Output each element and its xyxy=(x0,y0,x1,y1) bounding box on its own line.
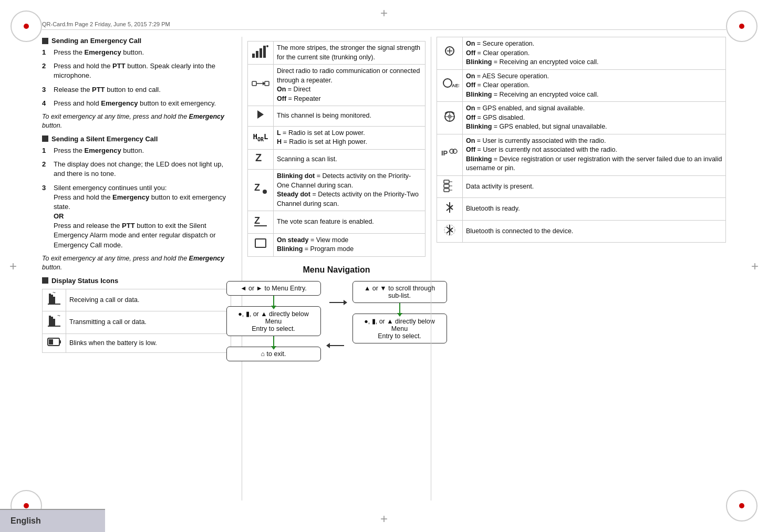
svg-rect-0 xyxy=(53,297,55,304)
table-row: Bluetooth is ready. xyxy=(437,198,726,221)
svg-point-17 xyxy=(266,45,268,47)
svg-point-40 xyxy=(450,149,454,153)
reg-mark-top xyxy=(376,5,392,21)
gps-icon-cell xyxy=(437,102,463,134)
table-row: Bluetooth is connected to the device. xyxy=(437,220,726,243)
flow-arrow-down-1 xyxy=(273,296,274,306)
step-4: 4 Press and hold Emergency button to exi… xyxy=(42,99,231,108)
step-3: 3 Release the PTT button to end call. xyxy=(42,85,231,95)
scan-svg: Z xyxy=(253,152,268,164)
monitor-desc: This channel is being monitored. xyxy=(274,106,425,127)
battery-desc: Blinks when the battery is low. xyxy=(66,333,231,353)
table-row: Z Scanning a scan list. xyxy=(248,149,425,170)
direct-repeater-desc: Direct radio to radio communication or c… xyxy=(274,65,425,106)
table-row: ~ Transmitting a call or data. xyxy=(43,311,231,334)
ip-icon-cell: IP xyxy=(437,134,463,175)
svg-rect-15 xyxy=(260,48,262,58)
table-row: ~ Receiving a call or data. xyxy=(43,289,231,311)
battery-icon xyxy=(43,333,66,353)
svg-text:~: ~ xyxy=(53,291,56,296)
svg-rect-21 xyxy=(265,81,269,86)
header-bar: QR-Card.fm Page 2 Friday, June 5, 2015 7… xyxy=(42,21,726,30)
middle-column: The more stripes, the stronger the signa… xyxy=(242,37,431,500)
flow-connectors xyxy=(329,281,344,346)
step-2: 2 Press and hold the PTT button. Speak c… xyxy=(42,61,231,80)
program-svg xyxy=(253,236,268,251)
menu-navigation-section: Menu Navigation ◄ or ► to Menu Entry. ●,… xyxy=(247,265,425,361)
power-level-desc: L = Radio is set at Low power. H = Radio… xyxy=(274,126,425,149)
corner-decoration-tr xyxy=(726,11,757,42)
receiving-desc: Receiving a call or data. xyxy=(66,289,231,311)
gps-svg xyxy=(442,109,458,124)
svg-rect-28 xyxy=(255,239,266,247)
vote-svg: Z xyxy=(253,213,268,228)
middle-icon-table: The more stripes, the stronger the signa… xyxy=(247,41,425,257)
secure-desc: On = Secure operation. Off = Clear opera… xyxy=(463,37,726,70)
reg-mark-left xyxy=(5,258,21,274)
flow-arrow-down-3 xyxy=(399,303,400,314)
svg-rect-12 xyxy=(49,339,53,345)
reg-mark-right xyxy=(747,258,763,274)
menu-nav-box1: ◄ or ► to Menu Entry. xyxy=(226,281,321,296)
arrow-right-1 xyxy=(329,302,344,303)
corner-decoration-tl xyxy=(11,11,42,42)
data-svg xyxy=(442,178,458,193)
svg-rect-5 xyxy=(53,319,55,326)
svg-rect-7 xyxy=(49,316,51,326)
scan-dot-svg: Z xyxy=(253,181,268,196)
table-row: Z Blinking dot = Detects activity on the… xyxy=(248,170,425,211)
svg-rect-11 xyxy=(59,340,61,343)
note-1: To exit emergency at any time, press and… xyxy=(42,112,231,131)
battery-svg xyxy=(47,336,61,348)
gps-desc: On = GPS enabled, and signal available. … xyxy=(463,102,726,134)
table-row: Direct radio to radio communication or c… xyxy=(248,65,425,106)
note-2: To exit emergency at any time, press and… xyxy=(42,254,231,273)
table-row: On = Secure operation. Off = Clear opera… xyxy=(437,37,726,70)
bluetooth-ready-icon-cell xyxy=(437,198,463,221)
vote-scan-desc: The vote scan feature is enabled. xyxy=(274,211,425,234)
signal-strength-desc: The more stripes, the stronger the signa… xyxy=(274,41,425,65)
reg-mark-bottom xyxy=(376,511,392,527)
svg-rect-1 xyxy=(51,295,53,304)
receiving-call-svg: ~ xyxy=(46,291,63,306)
transmitting-svg: ~ xyxy=(46,314,63,328)
svg-text:IP: IP xyxy=(441,149,448,157)
section-emergency-call-title: Sending an Emergency Call xyxy=(42,37,231,45)
menu-nav-flow: ◄ or ► to Menu Entry. ●, ▮, or ▲ directl… xyxy=(247,281,425,361)
scan-dot-icon-cell: Z xyxy=(248,170,274,211)
svg-rect-18 xyxy=(252,81,256,86)
table-row: HORL L = Radio is set at Low power. H = … xyxy=(248,126,425,149)
corner-decoration-br xyxy=(726,490,757,521)
ip-svg: IP xyxy=(440,146,459,161)
flow-left: ◄ or ► to Menu Entry. ●, ▮, or ▲ directl… xyxy=(226,281,321,361)
table-row: Data activity is present. xyxy=(437,175,726,198)
table-row: Z The vote scan feature is enabled. xyxy=(248,211,425,234)
main-content: Sending an Emergency Call 1 Press the Em… xyxy=(42,37,726,500)
vote-scan-icon-cell: Z xyxy=(248,211,274,234)
section-silent-emergency-title: Sending a Silent Emergency Call xyxy=(42,135,231,143)
aes-icon-cell: AES xyxy=(437,69,463,102)
english-tab: English xyxy=(0,509,105,532)
aes-desc: On = AES Secure operation. Off = Clear o… xyxy=(463,69,726,102)
monitor-svg xyxy=(255,108,266,121)
data-activity-desc: Data activity is present. xyxy=(463,175,726,198)
bluetooth-connected-svg xyxy=(442,223,457,237)
program-mode-desc: On steady = View mode Blinking = Program… xyxy=(274,233,425,256)
svg-rect-14 xyxy=(256,51,258,58)
table-row: Blinks when the battery is low. xyxy=(43,333,231,353)
menu-nav-title: Menu Navigation xyxy=(247,265,425,275)
receiving-icon: ~ xyxy=(43,289,66,311)
table-row: On steady = View mode Blinking = Program… xyxy=(248,233,425,256)
svg-rect-43 xyxy=(444,189,449,192)
svg-rect-6 xyxy=(51,317,53,326)
secure-svg xyxy=(442,45,458,59)
menu-nav-box2: ●, ▮, or ▲ directly below MenuEntry to s… xyxy=(226,306,321,336)
svg-text:Z: Z xyxy=(254,215,260,226)
svg-marker-22 xyxy=(257,110,264,119)
svg-point-25 xyxy=(263,190,267,194)
repeater-svg xyxy=(251,77,270,90)
transmitting-desc: Transmitting a call or data. xyxy=(66,311,231,334)
svg-text:AES: AES xyxy=(452,83,459,88)
silent-step-3: 3 Silent emergency continues until you: … xyxy=(42,183,231,250)
header-text: QR-Card.fm Page 2 Friday, June 5, 2015 7… xyxy=(42,21,170,27)
